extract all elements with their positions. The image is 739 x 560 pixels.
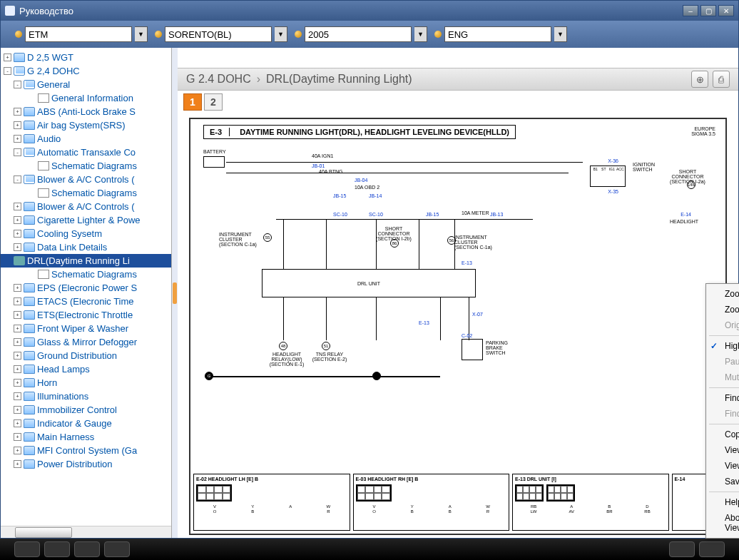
tree-item[interactable]: +EPS (Elecronic Power S — [1, 281, 171, 295]
zoom-in-button[interactable]: ⊕ — [691, 71, 708, 88]
tree-item[interactable]: +Power Distribution — [1, 457, 171, 471]
expand-toggle[interactable]: + — [14, 230, 21, 238]
menu-item[interactable]: Zoom In — [706, 286, 739, 302]
menu-item[interactable]: View Source — [706, 458, 739, 474]
taskbar-item[interactable] — [699, 541, 725, 557]
titlebar[interactable]: Руководство – ▢ ✕ — [1, 1, 738, 21]
select-model[interactable]: SORENTO(BL) — [165, 26, 272, 42]
tree-item[interactable]: +Air bag System(SRS) — [1, 118, 171, 132]
expand-toggle[interactable]: + — [14, 433, 21, 441]
tab-1[interactable]: 1 — [183, 93, 202, 111]
diagram-area[interactable]: E-3 DAYTIME RUNNING LIGHT(DRL), HEADLIGH… — [178, 111, 738, 538]
expand-toggle[interactable]: + — [14, 447, 21, 454]
menu-item[interactable]: ✓Higher Quality — [706, 338, 739, 354]
tree-item[interactable]: +Main Harness — [1, 430, 171, 444]
tree-item[interactable]: -G 2,4 DOHC — [1, 64, 171, 78]
dropdown-arrow-icon[interactable]: ▼ — [275, 26, 287, 42]
select-lang[interactable]: ENG — [444, 26, 551, 42]
sidebar[interactable]: +D 2,5 WGT-G 2,4 DOHC-GeneralGeneral Inf… — [1, 48, 172, 538]
expand-toggle[interactable]: - — [14, 175, 21, 183]
tree-item[interactable]: +Immobilizer Control — [1, 403, 171, 417]
expand-toggle[interactable]: + — [14, 311, 21, 319]
tree-item[interactable]: -General — [1, 78, 171, 91]
tree-item[interactable]: +Blower & A/C Controls ( — [1, 200, 171, 213]
expand-toggle[interactable]: + — [14, 406, 21, 414]
expand-toggle[interactable]: + — [14, 392, 21, 400]
dropdown-arrow-icon[interactable]: ▼ — [414, 26, 427, 42]
tree-item[interactable]: +Illuminations — [1, 390, 171, 403]
tree-item[interactable]: +Ground Distribution — [1, 349, 171, 362]
dropdown-arrow-icon[interactable]: ▼ — [135, 26, 148, 42]
tree-item-label: D 2,5 WGT — [27, 52, 73, 63]
dropdown-arrow-icon[interactable]: ▼ — [554, 26, 567, 42]
expand-toggle[interactable]: + — [14, 365, 21, 373]
tree-item[interactable]: +Data Link Details — [1, 240, 171, 254]
expand-toggle[interactable]: + — [14, 108, 21, 116]
select-year[interactable]: 2005 — [305, 26, 412, 42]
context-menu[interactable]: Zoom InZoom OutOriginal View✓Higher Qual… — [705, 283, 739, 539]
expand-toggle[interactable]: + — [14, 284, 21, 292]
expand-toggle[interactable]: + — [14, 203, 21, 210]
close-button[interactable]: ✕ — [718, 5, 734, 16]
print-button[interactable]: ⎙ — [713, 71, 730, 88]
menu-item[interactable]: Save SVG As... — [706, 474, 739, 489]
folder-closed-icon — [24, 229, 35, 238]
tree-item[interactable]: -Blower & A/C Controls ( — [1, 173, 171, 186]
tree-item[interactable]: +ETACS (Elecronic Time — [1, 295, 171, 308]
taskbar-item[interactable] — [74, 541, 100, 557]
expand-toggle[interactable]: - — [4, 67, 11, 75]
tree-item[interactable]: +Head Lamps — [1, 362, 171, 376]
tree-item[interactable]: -Automatic Transaxle Co — [1, 146, 171, 159]
tree-item[interactable]: General Information — [1, 91, 171, 105]
tree-item[interactable]: +ABS (Anti-Lock Brake S — [1, 105, 171, 118]
expand-toggle[interactable]: + — [14, 352, 21, 360]
menu-item[interactable]: View SVG — [706, 442, 739, 458]
taskbar[interactable] — [0, 539, 739, 560]
tree-item[interactable]: -DRL(Daytime Running Li — [1, 254, 171, 268]
expand-toggle[interactable]: + — [14, 419, 21, 427]
expand-toggle[interactable]: - — [14, 81, 21, 88]
taskbar-item[interactable] — [669, 541, 695, 557]
menu-item[interactable]: Help — [706, 494, 739, 510]
scrollbar-thumb[interactable] — [15, 527, 72, 538]
expand-toggle[interactable]: + — [14, 135, 21, 143]
tree-item[interactable]: +ETS(Electronic Throttle — [1, 308, 171, 322]
expand-toggle[interactable]: + — [14, 243, 21, 251]
maximize-button[interactable]: ▢ — [700, 5, 716, 16]
menu-item[interactable]: Zoom Out — [706, 302, 739, 317]
expand-toggle[interactable]: - — [14, 148, 21, 156]
tree-item[interactable]: +Cooling Sysetm — [1, 227, 171, 240]
tree-item[interactable]: +Front Wiper & Washer — [1, 322, 171, 335]
tab-2[interactable]: 2 — [204, 93, 223, 111]
tree-item[interactable]: +Glass & Mirror Defogger — [1, 335, 171, 349]
minimize-button[interactable]: – — [683, 5, 698, 16]
tree-item[interactable]: +Audio — [1, 132, 171, 146]
splitter[interactable] — [172, 48, 178, 538]
expand-toggle[interactable]: + — [14, 325, 21, 332]
select-system[interactable]: ETM — [25, 26, 132, 42]
expand-toggle[interactable]: + — [14, 460, 21, 468]
tree-item[interactable]: +D 2,5 WGT — [1, 51, 171, 64]
tree-item[interactable]: Schematic Diagrams — [1, 159, 171, 173]
expand-toggle[interactable]: + — [4, 54, 11, 61]
expand-toggle[interactable]: + — [14, 338, 21, 346]
sidebar-hscrollbar[interactable] — [1, 526, 171, 538]
taskbar-item[interactable] — [104, 541, 130, 557]
splitter-grip-icon[interactable] — [173, 282, 177, 304]
taskbar-item[interactable] — [14, 541, 40, 557]
expand-toggle[interactable]: + — [14, 297, 21, 305]
expand-toggle[interactable]: + — [14, 216, 21, 224]
expand-toggle[interactable]: + — [14, 121, 21, 129]
tree-item[interactable]: +Indicator & Gauge — [1, 417, 171, 430]
expand-toggle[interactable]: + — [14, 379, 21, 387]
tree-item[interactable]: +Cigarette Lighter & Powe — [1, 213, 171, 227]
taskbar-item[interactable] — [44, 541, 70, 557]
schematic-diagram[interactable]: E-3 DAYTIME RUNNING LIGHT(DRL), HEADLIGH… — [189, 118, 727, 535]
menu-item[interactable]: About Adobe SVG Viewer... — [706, 510, 739, 536]
tree-item[interactable]: +MFI Control System (Ga — [1, 444, 171, 457]
tree-item[interactable]: Schematic Diagrams — [1, 186, 171, 200]
tree-item[interactable]: +Horn — [1, 376, 171, 390]
menu-item[interactable]: Find... — [706, 390, 739, 406]
menu-item[interactable]: Copy SVG — [706, 427, 739, 442]
tree-item[interactable]: Schematic Diagrams — [1, 268, 171, 281]
